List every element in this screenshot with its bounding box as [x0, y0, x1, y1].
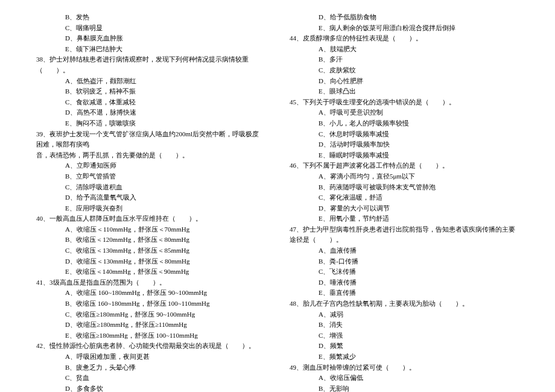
question-stem: 41、3级高血压是指血压的范围为（ ）。 [36, 277, 265, 288]
question-stem: 47、护士为甲型病毒性肝炎患者进行出院前指导，告知患者该疾病传播的主要途径是（ … [290, 224, 519, 245]
option-text: A、呼吸困难加重，夜间更甚 [36, 352, 265, 362]
option-text: B、小儿，老人的呼吸频率较慢 [290, 118, 519, 129]
option-text: A、呼吸可受意识控制 [290, 107, 519, 118]
question-stem: 45、下列关于呼吸生理变化的选项中错误的是（ ）。 [290, 97, 519, 108]
option-text: D、收缩压＜130mmHg，舒张压＜80mmHg [36, 256, 265, 267]
option-text: A、立即通知医师 [36, 160, 265, 171]
left-column: B、发热 C、咽痛明显 D、鼻黏膜充血肿胀 E、颌下淋巴结肿大 38、护士对肺结… [36, 12, 265, 392]
option-text: B、软弱疲乏，精神不振 [36, 86, 265, 97]
option-text: C、咽痛明显 [36, 23, 265, 34]
option-text: A、收缩压＜110mmHg，舒张压＜70mmHg [36, 224, 265, 235]
option-text: E、收缩压≥180mmHg，舒张压 100~110mmHg [36, 330, 265, 341]
option-text: D、给予低脂肪食物 [290, 12, 519, 23]
option-text: E、应用呼吸兴奋剂 [36, 203, 265, 214]
option-text: B、疲惫乏力，头晕心悸 [36, 362, 265, 373]
question-stem: 40、一般高血压人群降压时血压水平应维持在（ ）。 [36, 213, 265, 224]
option-text: E、收缩压＜140mmHg，舒张压＜90mmHg [36, 267, 265, 277]
option-text: C、贫血 [36, 373, 265, 384]
option-text: C、收缩压＜130mmHg，舒张压＜85mmHg [36, 245, 265, 256]
option-text: C、休息时呼吸频率减慢 [290, 129, 519, 140]
option-text: D、收缩压≥180mmHg，舒张压≥110mmHg [36, 320, 265, 330]
option-text: D、给予高流量氧气吸入 [36, 192, 265, 203]
question-stem: 39、夜班护士发现一个支气管扩张症病人咯血约200ml后突然中断，呼吸极度困难，… [36, 129, 265, 150]
option-text: C、雾化液温暖，舒适 [290, 192, 519, 203]
option-text: D、雾量的大小可以调节 [290, 203, 519, 214]
two-column-layout: B、发热 C、咽痛明显 D、鼻黏膜充血肿胀 E、颌下淋巴结肿大 38、护士对肺结… [36, 12, 519, 392]
option-text: B、粪-口传播 [290, 256, 519, 267]
option-text: A、血液传播 [290, 245, 519, 256]
option-text: C、增强 [290, 330, 519, 341]
option-text: E、频繁减少 [290, 352, 519, 362]
option-text: A、低热盗汗，颧部潮红 [36, 76, 265, 87]
option-text: E、垂直传播 [290, 288, 519, 299]
right-column: D、给予低脂肪食物 E、病人剩余的饭菜可用漂白粉混合搅拌后倒掉 44、皮质醇增多… [290, 12, 519, 392]
option-text: B、药液随呼吸可被吸到终末支气管肺泡 [290, 182, 519, 193]
option-text: B、立即气管插管 [36, 171, 265, 182]
option-text: D、活动时呼吸频率加快 [290, 139, 519, 150]
option-text: C、食欲减退，体重减轻 [36, 97, 265, 108]
option-text: B、收缩压 160~180mmHg，舒张压 100~110mmHg [36, 299, 265, 309]
option-text: A、收缩压 160~180mmHg，舒张压 90~100mmHg [36, 288, 265, 299]
option-text: B、发热 [36, 12, 265, 23]
question-stem: 42、慢性肺源性心脏病患者肺、心功能失代偿期最突出的表现是（ ）。 [36, 341, 265, 352]
option-text: E、眼球凸出 [290, 86, 519, 97]
option-text: C、皮肤紫纹 [290, 65, 519, 76]
option-text: B、无影响 [290, 384, 519, 392]
option-text: D、频繁 [290, 341, 519, 352]
option-text: D、高热不退，脉搏快速 [36, 107, 265, 118]
question-stem: 49、测血压时袖带缠的过紧可使（ ）。 [290, 362, 519, 373]
option-text: C、收缩压≥180mmHg，舒张压 90~100mmHg [36, 309, 265, 320]
option-text: D、鼻黏膜充血肿胀 [36, 33, 265, 44]
question-stem-cont: 音，表情恐怖，两手乱抓，首先要做的是（ ）。 [36, 150, 265, 161]
option-text: A、减弱 [290, 309, 519, 320]
option-text: E、睡眠时呼吸频率减慢 [290, 150, 519, 161]
option-text: E、用氧小量，节约舒适 [290, 213, 519, 224]
option-text: C、飞沫传播 [290, 267, 519, 277]
option-text: A、收缩压偏低 [290, 373, 519, 384]
question-stem: 48、胎儿在子宫内急性缺氧初期，主要表现为胎动（ ）。 [290, 299, 519, 309]
option-text: E、胸闷不适，咳嗽咳痰 [36, 118, 265, 129]
option-text: A、雾滴小而均匀，直径5μm以下 [290, 171, 519, 182]
option-text: E、病人剩余的饭菜可用漂白粉混合搅拌后倒掉 [290, 23, 519, 34]
option-text: C、清除呼吸道积血 [36, 182, 265, 193]
option-text: A、肢端肥大 [290, 44, 519, 55]
option-text: E、颌下淋巴结肿大 [36, 44, 265, 55]
option-text: D、唾液传播 [290, 277, 519, 288]
option-text: B、消失 [290, 320, 519, 330]
question-stem: 46、下列不属于超声波雾化器工作特点的是（ ）。 [290, 160, 519, 171]
option-text: B、多汗 [290, 54, 519, 65]
option-text: D、多食多饮 [36, 384, 265, 392]
question-stem: 38、护士对肺结核患者进行病情观察时，发现下列何种情况提示病情较重（ ）。 [36, 54, 265, 75]
option-text: B、收缩压＜120mmHg，舒张压＜80mmHg [36, 235, 265, 245]
question-stem: 44、皮质醇增多症的特征性表现是（ ）。 [290, 33, 519, 44]
option-text: D、向心性肥胖 [290, 76, 519, 87]
